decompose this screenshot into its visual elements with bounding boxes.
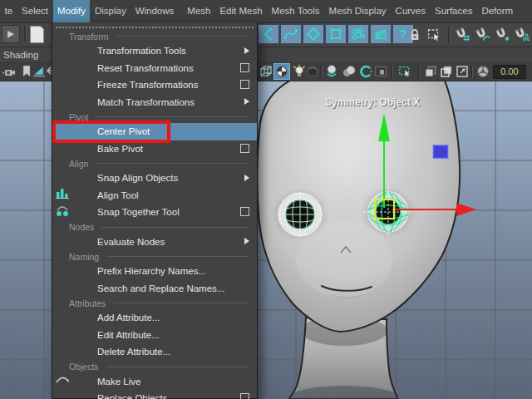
menu-section-transform: Transform	[52, 30, 257, 42]
menu-section-nodes: Nodes	[52, 221, 257, 234]
menu-item-match-transformations[interactable]: Match Transformations	[52, 94, 257, 111]
textured-display-icon[interactable]	[273, 63, 290, 80]
align-tool-icon	[56, 186, 69, 200]
snap-to-grid-icon[interactable]	[453, 25, 471, 44]
menu-wedge-icon[interactable]	[2, 25, 20, 43]
image-plane-icon[interactable]	[32, 64, 47, 79]
menu-item-replace-objects[interactable]: Replace Objects	[52, 390, 257, 399]
menu-curves[interactable]: Curves	[391, 0, 430, 22]
paneltb-separator	[320, 66, 323, 78]
overlap-squares-icon[interactable]	[423, 64, 438, 79]
select-curves-icon[interactable]	[280, 24, 302, 44]
menu-mesh-display[interactable]: Mesh Display	[324, 0, 391, 22]
maya-window: te Select Modify Display Windows Mesh Ed…	[0, 0, 532, 399]
main-menubar: te Select Modify Display Windows Mesh Ed…	[0, 0, 532, 23]
paneltb-separator	[418, 66, 421, 78]
option-box-icon[interactable]	[240, 207, 249, 216]
snap-to-curve-icon[interactable]	[473, 25, 491, 44]
paneltb-separator	[470, 66, 473, 78]
modify-menu-panel: Transform Transformation Tools Reset Tra…	[52, 22, 258, 399]
overlap-squares-outline-icon[interactable]	[439, 64, 454, 79]
menu-mesh-tools[interactable]: Mesh Tools	[267, 0, 324, 22]
menu-item-center-pivot[interactable]: Center Pivot	[52, 123, 257, 140]
menu-modify[interactable]: Modify	[53, 0, 91, 22]
select-deformations-icon[interactable]	[325, 24, 347, 44]
menu-item-reset-transformations[interactable]: Reset Transformations	[52, 60, 257, 77]
viewport-box-icon[interactable]	[373, 64, 388, 79]
submenu-arrow-icon	[244, 238, 249, 244]
shadows-icon[interactable]	[305, 64, 320, 79]
toolbar-collapser[interactable]	[24, 26, 27, 42]
menu-section-align: Align	[52, 157, 257, 170]
menu-select[interactable]: Select	[17, 0, 53, 22]
menu-create-partial[interactable]: te	[0, 0, 17, 22]
menu-item-snap-align-objects[interactable]: Snap Align Objects	[52, 170, 257, 187]
menu-section-attributes: Attributes	[52, 297, 257, 309]
panel-menu-shading[interactable]: Shading	[3, 50, 38, 60]
menu-edit-mesh[interactable]: Edit Mesh	[215, 0, 267, 22]
menu-mesh[interactable]: Mesh	[183, 0, 215, 22]
submenu-arrow-icon	[244, 98, 249, 105]
ao-icon[interactable]	[324, 64, 339, 79]
menu-item-delete-attribute[interactable]: Delete Attribute...	[52, 343, 257, 361]
menu-item-transformation-tools[interactable]: Transformation Tools	[52, 42, 257, 60]
new-scene-icon[interactable]	[30, 26, 44, 43]
exposure-field[interactable]: 0.00	[493, 65, 526, 79]
menu-item-edit-attribute[interactable]: Edit Attribute...	[52, 327, 257, 344]
symmetry-hud-label: Symmetry: Object X	[325, 96, 420, 108]
snap-together-icon	[56, 204, 69, 218]
select-rendering-icon[interactable]	[370, 24, 392, 44]
lock-selection-icon[interactable]	[406, 25, 424, 44]
menu-section-naming: Naming	[52, 250, 257, 263]
menu-item-prefix-hierarchy-names[interactable]: Prefix Hierarchy Names...	[52, 263, 257, 280]
marquee-select-icon[interactable]	[398, 64, 413, 79]
paneltb-separator	[391, 66, 393, 78]
menu-item-bake-pivot[interactable]: Bake Pivot	[52, 140, 257, 158]
menu-display[interactable]: Display	[90, 0, 131, 22]
gamma-circle-icon[interactable]	[358, 64, 373, 79]
select-surfaces-icon[interactable]	[303, 24, 324, 44]
snap-to-point-icon[interactable]	[493, 25, 511, 44]
select-points-icon[interactable]	[258, 24, 279, 44]
option-box-icon[interactable]	[240, 144, 249, 153]
motion-blur-icon[interactable]	[342, 64, 357, 79]
exposure-icon[interactable]	[475, 64, 490, 79]
menu-item-snap-together-tool[interactable]: Snap Together Tool	[52, 204, 257, 221]
option-box-icon[interactable]	[240, 393, 249, 399]
isolate-select-icon[interactable]	[455, 64, 470, 79]
menu-tearoff-handle[interactable]	[55, 25, 254, 28]
wire-cube-icon[interactable]	[259, 64, 273, 79]
make-live-icon	[56, 372, 69, 386]
menu-section-pivot: Pivot	[52, 111, 257, 123]
submenu-arrow-icon	[244, 47, 249, 54]
menu-item-align-tool[interactable]: Align Tool	[52, 187, 257, 204]
option-box-icon[interactable]	[240, 80, 249, 89]
menu-item-make-live[interactable]: Make Live	[52, 373, 257, 391]
menu-item-freeze-transformations[interactable]: Freeze Transformations	[52, 76, 257, 94]
menu-item-evaluate-nodes[interactable]: Evaluate Nodes	[52, 234, 257, 251]
left-eye-sphere[interactable]	[278, 193, 322, 236]
menu-deform[interactable]: Deform	[477, 0, 518, 22]
snap-to-projected-center-icon[interactable]	[512, 25, 530, 44]
menu-windows[interactable]: Windows	[131, 0, 179, 22]
menu-section-objects: Objects	[52, 361, 257, 373]
select-camera-icon[interactable]	[2, 64, 17, 79]
highlight-selection-icon[interactable]	[425, 25, 443, 44]
menu-item-add-attribute[interactable]: Add Attribute...	[52, 309, 257, 327]
submenu-arrow-icon	[244, 175, 249, 181]
option-box-icon[interactable]	[240, 63, 249, 72]
statusline-separator	[448, 26, 451, 42]
menu-surfaces[interactable]: Surfaces	[431, 0, 477, 22]
select-dynamics-icon[interactable]	[347, 24, 369, 44]
manipulator-z-handle[interactable]	[434, 145, 448, 158]
menu-item-search-replace-names[interactable]: Search and Replace Names...	[52, 280, 257, 298]
